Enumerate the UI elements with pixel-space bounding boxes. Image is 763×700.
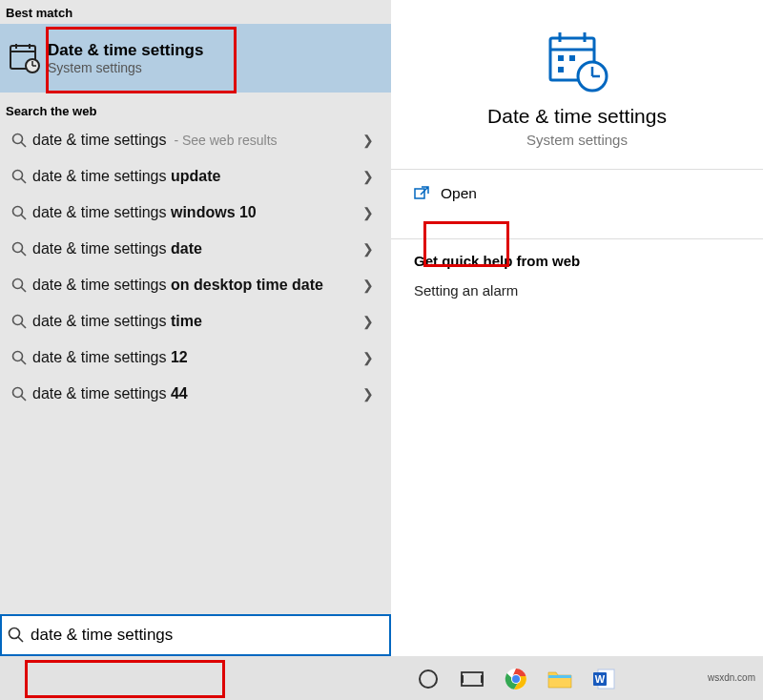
web-header: Search the web	[0, 93, 391, 122]
web-result-label: date & time settings on desktop time dat…	[32, 277, 351, 294]
calendar-clock-icon	[2, 42, 48, 74]
chevron-right-icon[interactable]: ❯	[351, 350, 385, 365]
web-result-label: date & time settings time	[32, 313, 351, 330]
explorer-icon[interactable]	[547, 667, 572, 691]
search-icon	[6, 205, 32, 220]
search-bar[interactable]	[0, 614, 391, 656]
web-result-label: date & time settings date	[32, 240, 351, 257]
web-result-item[interactable]: date & time settings date❯	[0, 231, 391, 267]
best-match-title: Date & time settings	[48, 41, 203, 60]
svg-line-8	[21, 142, 26, 147]
svg-rect-28	[569, 55, 575, 61]
web-result-label: date & time settings 12	[32, 349, 351, 366]
open-label: Open	[441, 185, 477, 202]
svg-line-16	[21, 287, 26, 292]
task-view-icon[interactable]	[460, 667, 485, 691]
help-item[interactable]: Setting an alarm	[391, 280, 763, 300]
svg-rect-38	[461, 675, 464, 683]
chevron-right-icon[interactable]: ❯	[351, 169, 385, 184]
svg-rect-37	[462, 672, 483, 686]
best-match-header: Best match	[0, 0, 391, 24]
search-icon	[6, 169, 32, 184]
watermark: wsxdn.com	[708, 672, 755, 683]
web-results-list: date & time settings - See web results❯d…	[0, 122, 391, 412]
svg-point-42	[512, 675, 520, 683]
svg-line-12	[21, 215, 26, 219]
web-result-label: date & time settings update	[32, 168, 351, 185]
chevron-right-icon[interactable]: ❯	[351, 241, 385, 257]
search-icon	[2, 627, 31, 644]
search-icon	[6, 386, 32, 401]
calendar-clock-icon	[543, 27, 611, 95]
web-result-item[interactable]: date & time settings time❯	[0, 303, 391, 340]
help-header: Get quick help from web	[391, 239, 763, 280]
open-icon	[414, 186, 429, 201]
preview-sub: System settings	[526, 132, 628, 148]
svg-rect-33	[415, 189, 424, 198]
cortana-icon[interactable]	[416, 667, 441, 691]
svg-point-34	[10, 628, 20, 639]
web-result-item[interactable]: date & time settings - See web results❯	[0, 122, 391, 158]
web-result-item[interactable]: date & time settings on desktop time dat…	[0, 267, 391, 303]
best-match-sub: System settings	[48, 60, 203, 75]
web-result-item[interactable]: date & time settings 44❯	[0, 376, 391, 412]
web-result-item[interactable]: date & time settings update❯	[0, 158, 391, 195]
svg-line-10	[21, 178, 26, 183]
web-result-item[interactable]: date & time settings 12❯	[0, 340, 391, 376]
chevron-right-icon[interactable]: ❯	[351, 314, 385, 329]
svg-rect-29	[558, 67, 564, 72]
preview-title: Date & time settings	[487, 105, 667, 128]
search-icon	[6, 241, 32, 257]
web-result-label: date & time settings 44	[32, 385, 351, 402]
svg-line-22	[21, 396, 26, 401]
best-match-item[interactable]: Date & time settings System settings	[0, 24, 391, 93]
chevron-right-icon[interactable]: ❯	[351, 133, 385, 148]
svg-line-18	[21, 323, 26, 328]
search-icon	[6, 278, 32, 293]
chevron-right-icon[interactable]: ❯	[351, 278, 385, 293]
preview-panel: Date & time settings System settings Ope…	[391, 0, 763, 649]
web-result-item[interactable]: date & time settings windows 10❯	[0, 195, 391, 231]
web-result-label: date & time settings windows 10	[32, 204, 351, 221]
svg-text:W: W	[595, 673, 606, 685]
search-icon	[6, 133, 32, 148]
results-panel: Best match Date & time settings System s…	[0, 0, 391, 649]
svg-line-35	[18, 637, 23, 642]
web-result-label: date & time settings - See web results	[32, 132, 351, 149]
chrome-icon[interactable]	[504, 667, 528, 691]
svg-line-20	[21, 360, 26, 364]
chevron-right-icon[interactable]: ❯	[351, 386, 385, 401]
taskbar: W	[0, 656, 763, 700]
svg-point-36	[420, 670, 437, 688]
word-icon[interactable]: W	[591, 667, 616, 691]
svg-line-14	[21, 251, 26, 256]
search-input[interactable]	[31, 626, 389, 645]
search-icon	[6, 350, 32, 365]
svg-rect-43	[548, 675, 571, 678]
chevron-right-icon[interactable]: ❯	[351, 205, 385, 220]
search-icon	[6, 314, 32, 329]
svg-rect-27	[558, 55, 564, 61]
svg-rect-39	[481, 675, 484, 683]
open-button[interactable]: Open	[391, 170, 763, 217]
